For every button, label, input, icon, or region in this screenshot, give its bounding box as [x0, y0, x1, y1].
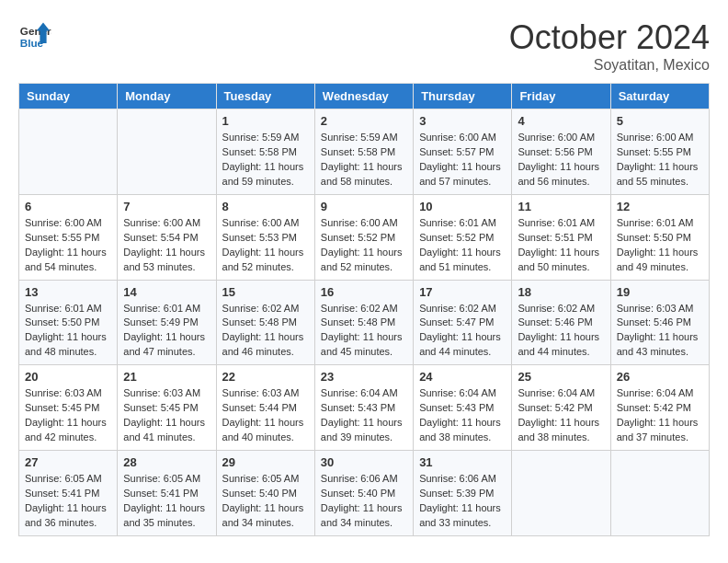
col-header-friday: Friday: [512, 84, 610, 109]
calendar-cell: 29Sunrise: 6:05 AMSunset: 5:40 PMDayligh…: [216, 451, 314, 536]
day-number: 30: [321, 455, 407, 469]
cell-content: Sunrise: 6:05 AMSunset: 5:40 PMDaylight:…: [222, 472, 309, 531]
cell-content: Sunrise: 5:59 AMSunset: 5:58 PMDaylight:…: [222, 131, 309, 190]
day-number: 2: [321, 114, 407, 128]
calendar-cell: 12Sunrise: 6:01 AMSunset: 5:50 PMDayligh…: [610, 194, 709, 280]
cell-content: Sunrise: 6:00 AMSunset: 5:52 PMDaylight:…: [321, 216, 407, 275]
day-number: 24: [419, 370, 506, 384]
day-number: 23: [321, 370, 407, 384]
cell-content: Sunrise: 6:02 AMSunset: 5:46 PMDaylight:…: [518, 302, 604, 361]
calendar-cell: 10Sunrise: 6:01 AMSunset: 5:52 PMDayligh…: [414, 194, 512, 280]
day-number: 5: [617, 114, 703, 128]
calendar-cell: [19, 109, 118, 195]
cell-content: Sunrise: 6:01 AMSunset: 5:50 PMDaylight:…: [25, 302, 111, 361]
cell-content: Sunrise: 6:03 AMSunset: 5:44 PMDaylight:…: [222, 386, 309, 445]
calendar-cell: 6Sunrise: 6:00 AMSunset: 5:55 PMDaylight…: [19, 194, 118, 280]
calendar-cell: 14Sunrise: 6:01 AMSunset: 5:49 PMDayligh…: [118, 280, 216, 365]
calendar-week-row: 20Sunrise: 6:03 AMSunset: 5:45 PMDayligh…: [19, 365, 710, 451]
cell-content: Sunrise: 6:03 AMSunset: 5:46 PMDaylight:…: [617, 302, 703, 361]
col-header-thursday: Thursday: [414, 84, 512, 109]
day-number: 6: [25, 200, 111, 213]
calendar-cell: 7Sunrise: 6:00 AMSunset: 5:54 PMDaylight…: [118, 194, 216, 280]
cell-content: Sunrise: 6:02 AMSunset: 5:48 PMDaylight:…: [222, 302, 309, 361]
calendar-cell: 25Sunrise: 6:04 AMSunset: 5:42 PMDayligh…: [512, 365, 610, 451]
calendar-cell: [512, 451, 610, 536]
day-number: 20: [25, 370, 111, 384]
cell-content: Sunrise: 6:03 AMSunset: 5:45 PMDaylight:…: [25, 386, 111, 445]
day-number: 25: [518, 370, 604, 384]
calendar-cell: 8Sunrise: 6:00 AMSunset: 5:53 PMDaylight…: [216, 194, 314, 280]
day-number: 16: [321, 285, 407, 299]
calendar-cell: 17Sunrise: 6:02 AMSunset: 5:47 PMDayligh…: [414, 280, 512, 365]
cell-content: Sunrise: 6:00 AMSunset: 5:55 PMDaylight:…: [617, 131, 703, 190]
col-header-sunday: Sunday: [19, 84, 118, 109]
cell-content: Sunrise: 6:05 AMSunset: 5:41 PMDaylight:…: [123, 472, 210, 531]
calendar-week-row: 6Sunrise: 6:00 AMSunset: 5:55 PMDaylight…: [19, 194, 710, 280]
cell-content: Sunrise: 6:04 AMSunset: 5:42 PMDaylight:…: [617, 386, 703, 445]
calendar-cell: 30Sunrise: 6:06 AMSunset: 5:40 PMDayligh…: [314, 451, 413, 536]
cell-content: Sunrise: 6:02 AMSunset: 5:47 PMDaylight:…: [419, 302, 506, 361]
cell-content: Sunrise: 6:06 AMSunset: 5:39 PMDaylight:…: [419, 472, 506, 531]
day-number: 11: [518, 200, 604, 213]
cell-content: Sunrise: 6:06 AMSunset: 5:40 PMDaylight:…: [321, 472, 407, 531]
day-number: 27: [25, 455, 111, 469]
calendar-cell: 31Sunrise: 6:06 AMSunset: 5:39 PMDayligh…: [414, 451, 512, 536]
calendar-header-row: SundayMondayTuesdayWednesdayThursdayFrid…: [19, 84, 710, 109]
day-number: 17: [419, 285, 506, 299]
calendar-cell: 13Sunrise: 6:01 AMSunset: 5:50 PMDayligh…: [19, 280, 118, 365]
day-number: 10: [419, 200, 506, 213]
cell-content: Sunrise: 6:00 AMSunset: 5:55 PMDaylight:…: [25, 216, 111, 275]
calendar-cell: 16Sunrise: 6:02 AMSunset: 5:48 PMDayligh…: [314, 280, 413, 365]
calendar-cell: 26Sunrise: 6:04 AMSunset: 5:42 PMDayligh…: [610, 365, 709, 451]
cell-content: Sunrise: 6:01 AMSunset: 5:49 PMDaylight:…: [123, 302, 210, 361]
cell-content: Sunrise: 6:04 AMSunset: 5:42 PMDaylight:…: [518, 386, 604, 445]
day-number: 18: [518, 285, 604, 299]
day-number: 7: [123, 200, 210, 213]
day-number: 28: [123, 455, 210, 469]
day-number: 9: [321, 200, 407, 213]
day-number: 15: [222, 285, 309, 299]
day-number: 19: [617, 285, 703, 299]
calendar-cell: 15Sunrise: 6:02 AMSunset: 5:48 PMDayligh…: [216, 280, 314, 365]
cell-content: Sunrise: 6:04 AMSunset: 5:43 PMDaylight:…: [321, 386, 407, 445]
calendar-cell: 9Sunrise: 6:00 AMSunset: 5:52 PMDaylight…: [314, 194, 413, 280]
calendar-cell: 27Sunrise: 6:05 AMSunset: 5:41 PMDayligh…: [19, 451, 118, 536]
calendar-cell: 22Sunrise: 6:03 AMSunset: 5:44 PMDayligh…: [216, 365, 314, 451]
calendar-week-row: 13Sunrise: 6:01 AMSunset: 5:50 PMDayligh…: [19, 280, 710, 365]
calendar-cell: 24Sunrise: 6:04 AMSunset: 5:43 PMDayligh…: [414, 365, 512, 451]
title-block: October 2024 Soyatitan, Mexico: [509, 18, 710, 74]
col-header-monday: Monday: [118, 84, 216, 109]
calendar-cell: 28Sunrise: 6:05 AMSunset: 5:41 PMDayligh…: [118, 451, 216, 536]
calendar-cell: 1Sunrise: 5:59 AMSunset: 5:58 PMDaylight…: [216, 109, 314, 195]
calendar-cell: [118, 109, 216, 195]
day-number: 4: [518, 114, 604, 128]
calendar-cell: 21Sunrise: 6:03 AMSunset: 5:45 PMDayligh…: [118, 365, 216, 451]
month-title: October 2024: [509, 18, 710, 57]
cell-content: Sunrise: 5:59 AMSunset: 5:58 PMDaylight:…: [321, 131, 407, 190]
col-header-tuesday: Tuesday: [216, 84, 314, 109]
cell-content: Sunrise: 6:05 AMSunset: 5:41 PMDaylight:…: [25, 472, 111, 531]
day-number: 13: [25, 285, 111, 299]
calendar-cell: 19Sunrise: 6:03 AMSunset: 5:46 PMDayligh…: [610, 280, 709, 365]
cell-content: Sunrise: 6:04 AMSunset: 5:43 PMDaylight:…: [419, 386, 506, 445]
calendar-week-row: 1Sunrise: 5:59 AMSunset: 5:58 PMDaylight…: [19, 109, 710, 195]
calendar-cell: 23Sunrise: 6:04 AMSunset: 5:43 PMDayligh…: [314, 365, 413, 451]
day-number: 22: [222, 370, 309, 384]
calendar-cell: 11Sunrise: 6:01 AMSunset: 5:51 PMDayligh…: [512, 194, 610, 280]
cell-content: Sunrise: 6:02 AMSunset: 5:48 PMDaylight:…: [321, 302, 407, 361]
calendar-cell: [610, 451, 709, 536]
location: Soyatitan, Mexico: [509, 57, 710, 74]
calendar-cell: 4Sunrise: 6:00 AMSunset: 5:56 PMDaylight…: [512, 109, 610, 195]
cell-content: Sunrise: 6:00 AMSunset: 5:56 PMDaylight:…: [518, 131, 604, 190]
calendar-week-row: 27Sunrise: 6:05 AMSunset: 5:41 PMDayligh…: [19, 451, 710, 536]
day-number: 29: [222, 455, 309, 469]
day-number: 12: [617, 200, 703, 213]
day-number: 1: [222, 114, 309, 128]
cell-content: Sunrise: 6:00 AMSunset: 5:53 PMDaylight:…: [222, 216, 309, 275]
day-number: 31: [419, 455, 506, 469]
day-number: 3: [419, 114, 506, 128]
day-number: 26: [617, 370, 703, 384]
cell-content: Sunrise: 6:01 AMSunset: 5:50 PMDaylight:…: [617, 216, 703, 275]
calendar-cell: 20Sunrise: 6:03 AMSunset: 5:45 PMDayligh…: [19, 365, 118, 451]
col-header-wednesday: Wednesday: [314, 84, 413, 109]
